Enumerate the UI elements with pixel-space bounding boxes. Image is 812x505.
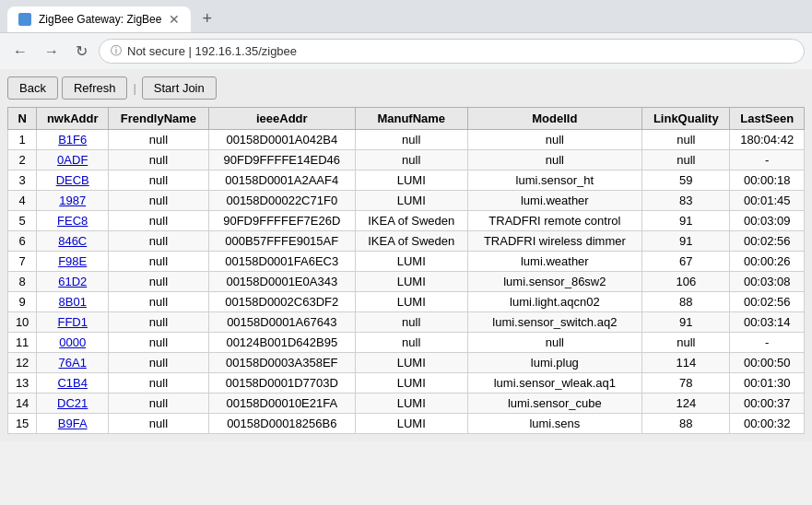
cell-manufname: LUMI — [355, 191, 467, 211]
table-row: 13C1B4null00158D0001D7703DLUMIlumi.senso… — [8, 373, 805, 393]
cell-manufname: null — [355, 312, 467, 333]
col-header-nwkaddr: nwkAddr — [37, 108, 109, 130]
cell-frendlyname: null — [109, 170, 208, 191]
col-header-modelid: ModelId — [467, 108, 642, 130]
cell-linkquality: 88 — [642, 292, 730, 312]
cell-ieeeaddr: 00124B001D642B95 — [208, 333, 355, 353]
nav-bar: ← → ↻ ⓘ Not secure | 192.16.1.35/zigbee — [0, 32, 812, 69]
toolbar-separator: | — [133, 81, 135, 95]
table-row: 98B01null00158D0002C63DF2LUMIlumi.light.… — [8, 292, 805, 312]
cell-n: 10 — [8, 312, 37, 333]
cell-linkquality: 59 — [642, 170, 730, 191]
cell-lastseen: 00:03:14 — [730, 312, 805, 333]
table-row: 861D2null00158D0001E0A343LUMIlumi.sensor… — [8, 272, 805, 292]
cell-linkquality: 88 — [642, 414, 730, 434]
cell-nwkaddr[interactable]: FFD1 — [37, 312, 109, 333]
table-row: 10FFD1null00158D0001A67643nulllumi.senso… — [8, 312, 805, 333]
cell-modelid: lumi.sensor_wleak.aq1 — [467, 373, 642, 393]
cell-nwkaddr[interactable]: DECB — [37, 170, 109, 191]
cell-manufname: LUMI — [355, 170, 467, 191]
cell-frendlyname: null — [109, 353, 208, 373]
cell-frendlyname: null — [109, 191, 208, 211]
cell-modelid: null — [467, 150, 642, 170]
cell-modelid: lumi.light.aqcn02 — [467, 292, 642, 312]
cell-linkquality: null — [642, 333, 730, 353]
new-tab-button[interactable]: + — [194, 6, 219, 32]
cell-nwkaddr[interactable]: B9FA — [37, 414, 109, 434]
cell-linkquality: 91 — [642, 211, 730, 231]
cell-lastseen: - — [730, 150, 805, 170]
cell-manufname: null — [355, 333, 467, 353]
cell-nwkaddr[interactable]: F98E — [37, 252, 109, 272]
cell-n: 13 — [8, 373, 37, 393]
cell-lastseen: 00:00:50 — [730, 353, 805, 373]
active-tab[interactable]: ZigBee Gateway: ZigBee ✕ — [7, 6, 191, 32]
cell-nwkaddr[interactable]: 846C — [37, 231, 109, 252]
col-header-linkquality: LinkQuality — [642, 108, 730, 130]
cell-ieeeaddr: 00158D0001FA6EC3 — [208, 252, 355, 272]
cell-linkquality: 91 — [642, 231, 730, 252]
toolbar: Back Refresh | Start Join — [7, 76, 805, 100]
cell-nwkaddr[interactable]: 8B01 — [37, 292, 109, 312]
cell-nwkaddr[interactable]: 61D2 — [37, 272, 109, 292]
cell-modelid: lumi.sensor_86sw2 — [467, 272, 642, 292]
col-header-manufname: ManufName — [355, 108, 467, 130]
cell-ieeeaddr: 000B57FFFE9015AF — [208, 231, 355, 252]
cell-ieeeaddr: 00158D0001A67643 — [208, 312, 355, 333]
cell-modelid: lumi.weather — [467, 252, 642, 272]
cell-ieeeaddr: 00158D00018256B6 — [208, 414, 355, 434]
cell-linkquality: 78 — [642, 373, 730, 393]
cell-lastseen: 00:03:09 — [730, 211, 805, 231]
cell-nwkaddr[interactable]: FEC8 — [37, 211, 109, 231]
col-header-lastseen: LastSeen — [730, 108, 805, 130]
col-header-n: N — [8, 108, 37, 130]
cell-manufname: LUMI — [355, 252, 467, 272]
cell-frendlyname: null — [109, 252, 208, 272]
cell-frendlyname: null — [109, 373, 208, 393]
cell-modelid: TRADFRI wireless dimmer — [467, 231, 642, 252]
tab-title: ZigBee Gateway: ZigBee — [39, 13, 161, 26]
tab-close-button[interactable]: ✕ — [169, 12, 180, 27]
forward-button[interactable]: → — [39, 41, 65, 62]
cell-n: 12 — [8, 353, 37, 373]
cell-nwkaddr[interactable]: 76A1 — [37, 353, 109, 373]
cell-n: 3 — [8, 170, 37, 191]
cell-n: 7 — [8, 252, 37, 272]
cell-lastseen: 00:00:18 — [730, 170, 805, 191]
table-row: 3DECBnull00158D0001A2AAF4LUMIlumi.sensor… — [8, 170, 805, 191]
col-header-frendlyname: FrendlyName — [109, 108, 208, 130]
cell-n: 14 — [8, 393, 37, 414]
cell-frendlyname: null — [109, 312, 208, 333]
cell-frendlyname: null — [109, 333, 208, 353]
cell-lastseen: 00:00:26 — [730, 252, 805, 272]
cell-nwkaddr[interactable]: 0ADF — [37, 150, 109, 170]
cell-lastseen: 00:03:08 — [730, 272, 805, 292]
cell-modelid: null — [467, 130, 642, 150]
table-header-row: N nwkAddr FrendlyName ieeeAddr ManufName… — [8, 108, 805, 130]
cell-frendlyname: null — [109, 231, 208, 252]
cell-nwkaddr[interactable]: 0000 — [37, 333, 109, 353]
cell-manufname: LUMI — [355, 393, 467, 414]
cell-nwkaddr[interactable]: DC21 — [37, 393, 109, 414]
address-bar[interactable]: ⓘ Not secure | 192.16.1.35/zigbee — [99, 39, 805, 64]
cell-ieeeaddr: 00158D0001E0A343 — [208, 272, 355, 292]
back-page-button[interactable]: Back — [7, 76, 58, 100]
cell-manufname: null — [355, 130, 467, 150]
cell-n: 15 — [8, 414, 37, 434]
cell-manufname: LUMI — [355, 353, 467, 373]
cell-linkquality: 114 — [642, 353, 730, 373]
cell-lastseen: 00:01:45 — [730, 191, 805, 211]
cell-nwkaddr[interactable]: 1987 — [37, 191, 109, 211]
cell-nwkaddr[interactable]: B1F6 — [37, 130, 109, 150]
cell-manufname: LUMI — [355, 414, 467, 434]
start-join-button[interactable]: Start Join — [142, 76, 217, 100]
cell-n: 2 — [8, 150, 37, 170]
cell-manufname: LUMI — [355, 373, 467, 393]
refresh-button[interactable]: Refresh — [62, 76, 128, 100]
cell-nwkaddr[interactable]: C1B4 — [37, 373, 109, 393]
reload-button[interactable]: ↻ — [70, 41, 93, 62]
cell-ieeeaddr: 00158D00022C71F0 — [208, 191, 355, 211]
table-row: 7F98Enull00158D0001FA6EC3LUMIlumi.weathe… — [8, 252, 805, 272]
back-button[interactable]: ← — [7, 41, 33, 62]
table-row: 5FEC8null90FD9FFFFEF7E26DIKEA of SwedenT… — [8, 211, 805, 231]
